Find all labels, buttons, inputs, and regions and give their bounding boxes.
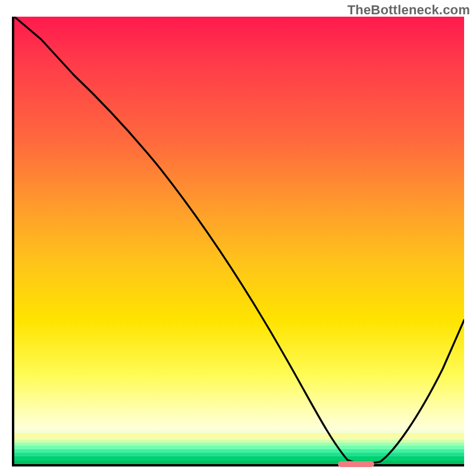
plot-area <box>12 17 464 466</box>
chart-frame: TheBottleneck.com <box>0 0 476 476</box>
watermark-text: TheBottleneck.com <box>347 2 470 18</box>
heat-gradient-background <box>14 17 464 464</box>
optimal-range-marker <box>338 461 374 467</box>
